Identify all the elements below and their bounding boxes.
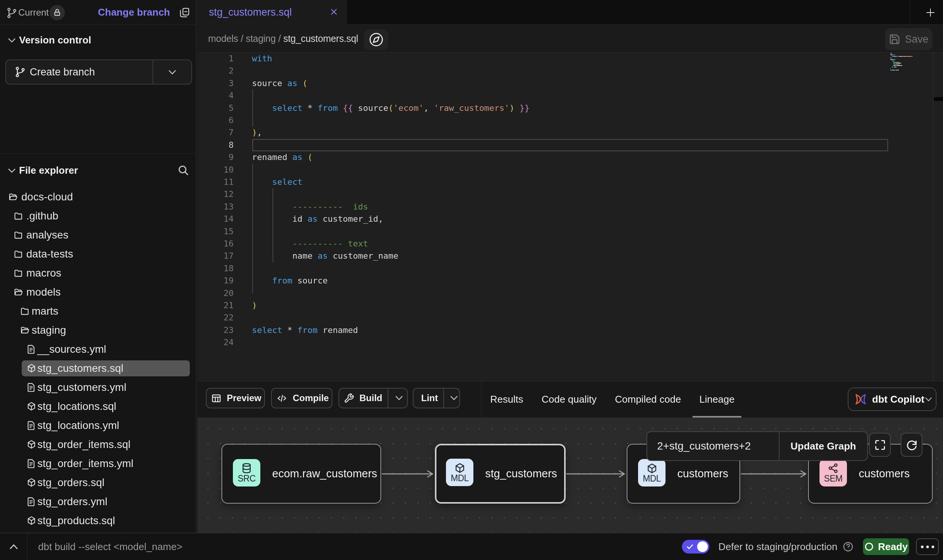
lineage-node-stg-customers[interactable]: MDLstg_customers [435,444,566,504]
tab-label: Code quality [542,394,597,405]
file-tree-item-analyses[interactable]: analyses [0,226,196,245]
result-tabs: ResultsCode qualityCompiled codeLineage [481,381,744,418]
file-tree-item-staging[interactable]: staging [0,321,196,340]
file-tree-item-stg-order-items-sql[interactable]: stg_order_items.sql [0,435,196,454]
line-number: 20 [197,287,234,299]
lineage-controls: 2+stg_customers+2 Update Graph [646,431,868,461]
chevron-down-icon[interactable] [168,69,177,75]
code-line-17: 17 name as customer_name [197,250,943,262]
create-branch-label: Create branch [30,60,95,84]
explore-docs-button[interactable] [364,29,388,50]
close-icon[interactable] [330,8,338,16]
code-text: ), [252,126,262,139]
chevron-down-icon [8,168,16,174]
create-branch-button[interactable]: Create branch [5,59,192,85]
lint-button[interactable]: Lint [413,388,460,408]
node-label: stg_customers [485,445,557,502]
file-tree-item-stg-locations-yml[interactable]: stg_locations.yml [0,416,196,435]
file-tree-item-macros[interactable]: macros [0,264,196,283]
tab-results[interactable]: Results [481,381,532,418]
file-tree-item--github[interactable]: .github [0,206,196,226]
code-text: from source [252,275,328,287]
tab-stg-customers-sql[interactable]: stg_customers.sql [197,0,347,25]
lineage-node-ecom-raw-customers[interactable]: SRCecom.raw_customers [221,444,381,504]
code-text: select [252,176,302,188]
file-tree-item-data-tests[interactable]: data-tests [0,245,196,264]
file-tree-item-docs-cloud[interactable]: docs-cloud [0,187,196,206]
file-tree-item-stg-orders-yml[interactable]: stg_orders.yml [0,492,196,511]
file-tree-item-stg-order-items-yml[interactable]: stg_order_items.yml [0,454,196,473]
code-editor[interactable]: 1with23source as (45 select * from {{ so… [197,53,943,381]
code-line-11: 11 select [197,176,943,188]
code-line-10: 10 [197,164,943,176]
tab-code-quality[interactable]: Code quality [532,381,606,418]
defer-toggle[interactable] [682,540,709,554]
preview-button[interactable]: Preview [206,388,265,408]
breadcrumb-file: stg_customers.sql [283,33,358,44]
new-tab-button[interactable] [918,4,943,21]
file-name: stg_order_items.yml [37,454,133,473]
code-text: source as ( [252,77,308,90]
tab-lineage[interactable]: Lineage [690,381,744,418]
file-tree-item--sources-yml[interactable]: __sources.yml [0,340,196,359]
line-number: 6 [197,114,234,126]
update-graph-button[interactable]: Update Graph [779,432,867,460]
build-button[interactable]: Build [338,388,408,408]
collapse-panel-button[interactable] [0,533,27,560]
line-number: 16 [197,238,234,250]
search-icon[interactable] [177,164,190,177]
dbt-copilot-button[interactable]: dbt Copilot [848,387,937,411]
file-tree-item-marts[interactable]: marts [0,302,196,321]
file-tree-item-stg-customers-yml[interactable]: stg_customers.yml [0,378,196,397]
line-number: 7 [197,126,234,139]
version-control-header[interactable]: Version control [0,34,196,46]
save-button[interactable]: Save [885,28,932,50]
line-number: 9 [197,151,234,163]
code-line-6: 6 [197,114,943,126]
folder-icon [20,306,30,316]
change-branch-link[interactable]: Change branch [98,0,170,25]
file-tree-item-stg-locations-sql[interactable]: stg_locations.sql [0,397,196,416]
status-badge[interactable]: Ready [863,538,909,555]
file-tree-item-stg-customers-sql[interactable]: stg_customers.sql [0,359,196,378]
line-number: 18 [197,262,234,275]
folder-open-icon [14,287,23,297]
code-text: select * from {{ source('ecom', 'raw_cus… [252,102,530,114]
fullscreen-button[interactable] [869,433,891,457]
file-name: staging [32,321,66,340]
refresh-button[interactable] [901,433,922,457]
file-tree-item-models[interactable]: models [0,283,196,302]
help-icon[interactable] [842,541,854,552]
tab-bar: stg_customers.sql [197,0,943,25]
tab-compiled-code[interactable]: Compiled code [606,381,690,418]
lint-dropdown[interactable] [444,395,464,401]
code-text: renamed as ( [252,151,313,163]
git-branch-icon [6,7,18,19]
file-tree-item-stg-orders-sql[interactable]: stg_orders.sql [0,473,196,492]
line-number: 1 [197,53,234,65]
file-name: stg_products.sql [37,511,115,530]
file-name: stg_order_items.sql [37,435,130,454]
file-tree-item-stg-products-sql[interactable]: stg_products.sql [0,511,196,530]
file-explorer-header[interactable]: File explorer [0,164,196,177]
share-badge-icon: SEM [820,459,847,486]
folder-icon [14,249,23,259]
editor-toolbar: Preview Compile Build Lint Resul [197,381,943,418]
compile-button[interactable]: Compile [271,388,332,408]
file-name: __sources.yml [37,340,106,359]
build-dropdown[interactable] [388,395,410,401]
dbt-cloud-ide: Current Change branch Version control Cr… [0,0,943,560]
save-label: Save [905,34,929,45]
current-branch-label: Current [18,0,49,25]
check-icon [686,543,694,550]
code-line-13: 13 ---------- ids [197,201,943,213]
copy-icon[interactable] [179,7,190,18]
cube-badge-icon: MDL [446,459,473,486]
command-input[interactable]: dbt build --select <model_name> [38,533,183,560]
lineage-filter-input[interactable]: 2+stg_customers+2 [657,432,751,460]
cube-icon [27,478,36,487]
more-options-button[interactable] [916,538,939,555]
line-number: 13 [197,201,234,213]
lineage-edge [382,469,433,478]
code-line-20: 20 [197,287,943,299]
